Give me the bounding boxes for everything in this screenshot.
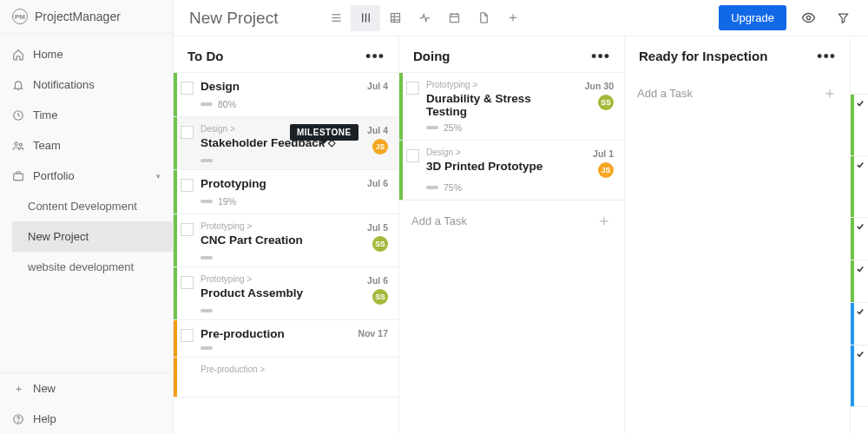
- main: New Project ＋ Upgrade To Do •••: [174, 0, 868, 434]
- task-card-stub[interactable]: [851, 94, 868, 156]
- task-card-stub[interactable]: [851, 217, 868, 260]
- task-card-stub[interactable]: [851, 260, 868, 303]
- task-card[interactable]: Pre-production >: [174, 357, 398, 398]
- card-accent: [174, 73, 177, 116]
- task-title: Prototyping: [201, 177, 346, 190]
- task-card[interactable]: Prototyping > Durability & Stress Testin…: [399, 72, 624, 141]
- column-body: MILESTONE Design Jul 4 80%: [174, 72, 398, 434]
- brand: PM ProjectManager: [0, 0, 173, 34]
- task-title: Durability & Stress Testing: [426, 92, 572, 118]
- task-date: Jul 6: [367, 275, 388, 286]
- task-date: Jul 6: [367, 178, 388, 188]
- task-breadcrumb: Prototyping >: [201, 221, 346, 231]
- project-title[interactable]: New Project: [189, 9, 278, 28]
- sidebar-item-team[interactable]: Team: [0, 130, 173, 161]
- portfolio-subnav: Content Development New Project website …: [0, 191, 173, 282]
- task-checkbox[interactable]: [181, 329, 194, 342]
- task-card-stub[interactable]: [851, 155, 868, 218]
- assignee-avatar[interactable]: JS: [598, 162, 614, 178]
- task-checkbox[interactable]: [181, 82, 194, 95]
- assignee-avatar[interactable]: SS: [372, 289, 388, 305]
- column-partial-next: [851, 36, 868, 434]
- view-activity-button[interactable]: [410, 5, 439, 31]
- brand-badge: PM: [12, 9, 28, 24]
- assignee-avatar[interactable]: SS: [372, 236, 388, 252]
- view-list-button[interactable]: [321, 5, 351, 31]
- progress-pct: 19%: [218, 196, 236, 207]
- progress-pct: 80%: [218, 99, 236, 109]
- view-calendar-button[interactable]: [439, 5, 469, 31]
- upgrade-button[interactable]: Upgrade: [719, 5, 786, 30]
- sidebar-item-home[interactable]: Home: [0, 39, 173, 69]
- sidebar-item-label: Portfolio: [33, 169, 75, 182]
- subnav-website-development[interactable]: website development: [12, 252, 173, 282]
- sidebar-bottom: ＋ New Help: [0, 372, 173, 434]
- svg-rect-16: [450, 14, 458, 22]
- sidebar-item-label: Home: [33, 48, 63, 61]
- task-checkbox[interactable]: [181, 223, 194, 236]
- add-task-label: Add a Task: [411, 214, 467, 227]
- briefcase-icon: [12, 170, 24, 182]
- assignee-avatar[interactable]: SS: [598, 95, 614, 110]
- view-add-button[interactable]: ＋: [498, 5, 528, 31]
- task-date: Jul 4: [367, 81, 388, 91]
- progress-bar: [201, 346, 213, 350]
- svg-marker-21: [838, 14, 847, 23]
- task-date: Jul 1: [593, 148, 614, 159]
- sidebar-item-notifications[interactable]: Notifications: [0, 69, 173, 100]
- column-header: Doing •••: [399, 36, 624, 72]
- column-menu-button[interactable]: •••: [365, 55, 385, 58]
- add-task-button[interactable]: Add a Task ＋: [399, 200, 624, 241]
- task-card[interactable]: Prototyping Jul 6 19%: [174, 169, 398, 214]
- view-files-button[interactable]: [469, 5, 498, 31]
- task-card[interactable]: Prototyping > Product Assembly Jul 6 SS: [174, 266, 398, 320]
- progress-bar: [201, 102, 213, 106]
- task-checkbox[interactable]: [181, 276, 194, 289]
- view-grid-button[interactable]: [380, 5, 410, 31]
- task-card[interactable]: Design > 3D Printed Prototype Jul 1 JS 7…: [399, 140, 624, 201]
- card-accent: [399, 141, 403, 200]
- column-menu-button[interactable]: •••: [591, 55, 610, 58]
- card-accent: [174, 117, 177, 169]
- task-card[interactable]: Pre-production Nov 17: [174, 319, 398, 358]
- task-date: Jun 30: [585, 81, 614, 91]
- plus-icon: ＋: [12, 383, 24, 395]
- card-accent: [174, 267, 177, 319]
- svg-point-2: [19, 143, 22, 146]
- svg-point-20: [806, 16, 810, 19]
- filter-button[interactable]: [830, 11, 856, 24]
- clock-icon: [12, 109, 24, 122]
- column-menu-button[interactable]: •••: [817, 55, 836, 58]
- column-body: Prototyping > Durability & Stress Testin…: [399, 72, 624, 434]
- subnav-new-project[interactable]: New Project: [12, 221, 173, 252]
- subnav-content-development[interactable]: Content Development: [12, 191, 173, 221]
- task-card-stub[interactable]: [851, 302, 868, 345]
- bell-icon: [12, 79, 24, 91]
- progress-bar: [201, 159, 213, 162]
- progress-pct: 25%: [444, 122, 462, 133]
- add-task-label: Add a Task: [637, 87, 693, 100]
- task-card[interactable]: Prototyping > CNC Part Creation Jul 5 SS: [174, 214, 398, 267]
- sidebar-item-time[interactable]: Time: [0, 100, 173, 130]
- help-icon: [12, 413, 24, 425]
- column-todo: To Do ••• MILESTONE Design Jul 4: [174, 36, 399, 434]
- sidebar-item-help[interactable]: Help: [0, 404, 173, 434]
- task-card[interactable]: Design > Stakeholder Feedback ◇ Jul 4 JS: [174, 116, 398, 170]
- assignee-avatar[interactable]: JS: [372, 139, 388, 155]
- task-title: Pre-production: [201, 327, 346, 340]
- task-checkbox[interactable]: [406, 82, 419, 95]
- view-board-button[interactable]: [351, 5, 380, 31]
- milestone-tooltip: MILESTONE: [290, 124, 358, 141]
- sidebar-item-label: New: [33, 382, 56, 395]
- card-accent: [399, 73, 403, 140]
- sidebar-item-portfolio[interactable]: Portfolio ▾: [0, 161, 173, 191]
- task-checkbox[interactable]: [406, 149, 419, 162]
- visibility-button[interactable]: [795, 10, 821, 25]
- task-checkbox[interactable]: [181, 126, 194, 139]
- task-checkbox[interactable]: [181, 179, 194, 192]
- task-card[interactable]: Design Jul 4 80%: [174, 72, 398, 117]
- task-card-stub[interactable]: [851, 345, 868, 407]
- sidebar-item-new[interactable]: ＋ New: [0, 373, 173, 404]
- progress-bar: [426, 186, 438, 189]
- add-task-button[interactable]: Add a Task ＋: [625, 72, 850, 114]
